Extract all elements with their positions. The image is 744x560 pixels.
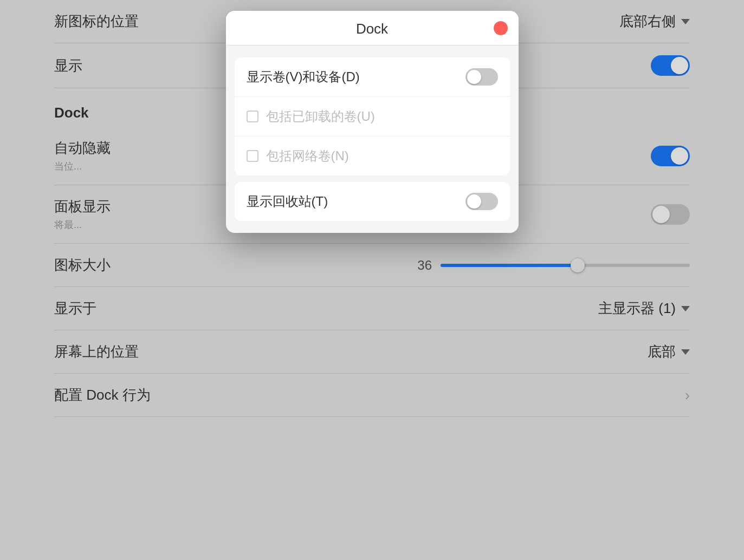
label-include-network: 包括网络卷(N)	[266, 147, 349, 165]
volumes-section: 显示卷(V)和设备(D) 包括已卸载的卷(U) 包括	[235, 57, 510, 175]
toggle-thumb-trash	[467, 194, 481, 209]
toggle-thumb-volumes	[467, 70, 481, 84]
row-show-trash: 显示回收站(T)	[235, 182, 510, 221]
dock-modal: Dock 显示卷(V)和设备(D) 包括已卸载的卷(U)	[226, 11, 519, 233]
toggle-show-volumes[interactable]	[465, 68, 498, 86]
modal-overlay: Dock 显示卷(V)和设备(D) 包括已卸载的卷(U)	[0, 0, 744, 560]
modal-body: 显示卷(V)和设备(D) 包括已卸载的卷(U) 包括	[226, 45, 519, 233]
modal-titlebar: Dock	[226, 11, 519, 45]
row-include-network: 包括网络卷(N)	[235, 136, 510, 175]
toggle-show-trash[interactable]	[465, 193, 498, 210]
row-include-unmounted: 包括已卸载的卷(U)	[235, 97, 510, 136]
label-show-trash: 显示回收站(T)	[247, 193, 328, 210]
label-include-unmounted: 包括已卸载的卷(U)	[266, 108, 375, 125]
close-button[interactable]	[494, 21, 508, 35]
checkbox-include-unmounted[interactable]	[247, 110, 258, 122]
modal-title: Dock	[356, 21, 388, 37]
label-show-volumes: 显示卷(V)和设备(D)	[247, 68, 360, 86]
checkbox-include-network[interactable]	[247, 150, 258, 162]
row-show-volumes: 显示卷(V)和设备(D)	[235, 57, 510, 97]
trash-section: 显示回收站(T)	[235, 182, 510, 221]
